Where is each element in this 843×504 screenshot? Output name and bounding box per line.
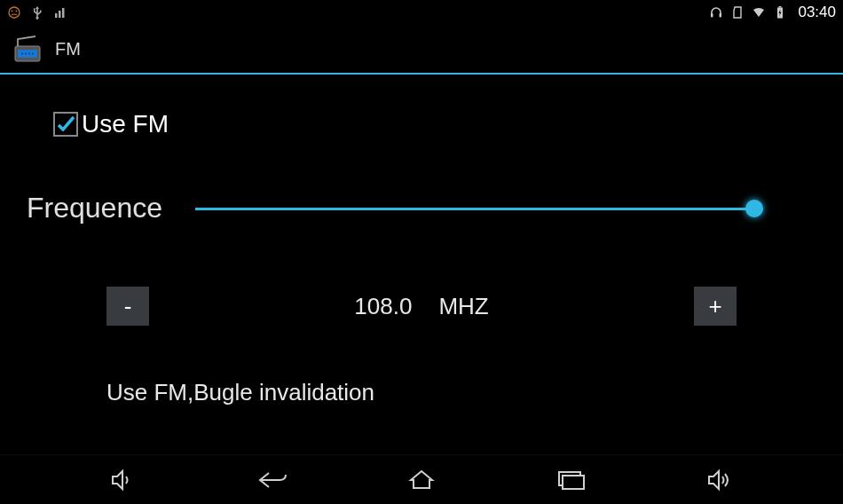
- frequency-label: Frequence: [27, 192, 195, 224]
- use-fm-label: Use FM: [82, 110, 169, 138]
- nav-back[interactable]: [246, 462, 299, 498]
- fm-app-icon: [12, 34, 43, 64]
- navigation-bar: [0, 454, 843, 504]
- svg-rect-7: [720, 13, 722, 18]
- action-bar: FM: [0, 25, 843, 73]
- status-face-icon: [7, 5, 21, 20]
- slider-thumb[interactable]: [745, 200, 763, 217]
- svg-rect-5: [62, 8, 65, 18]
- wifi-icon: [752, 5, 766, 20]
- status-bar: 03:40: [0, 0, 843, 25]
- svg-rect-17: [563, 476, 584, 489]
- svg-point-12: [21, 52, 23, 54]
- decrement-button[interactable]: -: [106, 287, 149, 326]
- svg-point-13: [25, 52, 27, 54]
- frequency-unit: MHZ: [438, 293, 488, 320]
- svg-point-0: [9, 7, 20, 18]
- svg-point-14: [28, 52, 30, 54]
- nav-home[interactable]: [395, 462, 448, 498]
- sd-icon: [730, 5, 745, 20]
- svg-point-2: [16, 11, 18, 12]
- main-content: Use FM Frequence - 108.0 MHZ + Use FM,Bu…: [0, 75, 843, 406]
- hint-text: Use FM,Bugle invalidation: [106, 379, 816, 406]
- slider-track: [195, 208, 763, 210]
- use-fm-row: Use FM: [53, 110, 816, 138]
- frequency-row: Frequence: [27, 192, 816, 224]
- frequency-value: 108.0: [354, 293, 412, 320]
- battery-icon: [773, 5, 787, 20]
- use-fm-checkbox[interactable]: [53, 112, 78, 137]
- status-time: 03:40: [798, 4, 836, 21]
- headphones-icon: [709, 5, 723, 20]
- svg-rect-4: [59, 11, 61, 18]
- increment-button[interactable]: +: [694, 287, 737, 326]
- svg-point-1: [12, 11, 13, 12]
- usb-icon: [30, 5, 44, 20]
- frequency-slider[interactable]: [195, 200, 763, 217]
- frequency-value-row: - 108.0 MHZ +: [27, 287, 816, 326]
- svg-rect-11: [18, 50, 37, 58]
- nav-volume-down[interactable]: [96, 462, 149, 498]
- nav-recent[interactable]: [544, 462, 597, 498]
- app-title: FM: [55, 39, 81, 59]
- svg-point-15: [32, 52, 34, 54]
- svg-rect-3: [55, 13, 58, 18]
- svg-rect-6: [711, 13, 713, 18]
- bars-icon: [53, 5, 67, 20]
- svg-rect-9: [779, 6, 782, 8]
- nav-volume-up[interactable]: [694, 462, 747, 498]
